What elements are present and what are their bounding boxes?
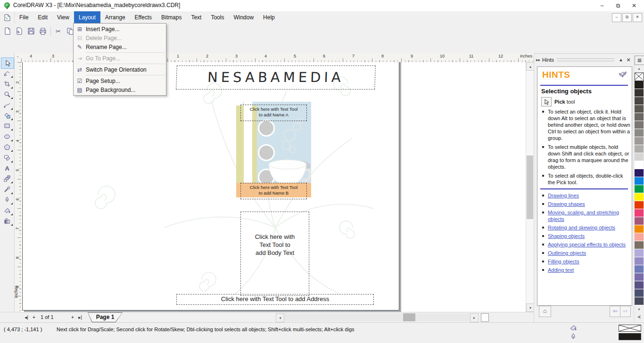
freehand-tool[interactable] (1, 100, 13, 110)
palette-swatch-24[interactable] (635, 273, 644, 281)
pick-tool[interactable] (1, 57, 14, 69)
outline-tool[interactable] (1, 195, 13, 205)
menu-item-view[interactable]: View (52, 11, 74, 24)
palette-swatch-12[interactable] (635, 177, 644, 185)
menu-item-arrange[interactable]: Arrange (100, 11, 130, 24)
interactive-fill-tool[interactable] (1, 216, 13, 226)
palette-swatch-14[interactable] (635, 193, 644, 201)
palette-swatch-5[interactable] (635, 121, 644, 129)
smart-fill-tool[interactable] (1, 110, 13, 121)
back-arrow-icon[interactable]: ⇦ (610, 306, 620, 317)
palette-swatch-10[interactable] (635, 161, 644, 169)
restore-button[interactable]: ⧉ (610, 0, 626, 11)
layout-menu-item-insert-page[interactable]: ⊞Insert Page... (74, 24, 166, 33)
address-textbox[interactable]: Click here with Text Tool to add Address (176, 294, 374, 305)
fill-status-swatch[interactable] (619, 325, 641, 332)
palette-scroll-down-icon[interactable]: ▾ (635, 307, 644, 312)
palette-swatch-15[interactable] (635, 201, 644, 209)
palette-swatch-21[interactable] (635, 249, 644, 257)
hint-link-drawing-shapes[interactable]: Drawing shapes (548, 201, 585, 207)
doc-close-button[interactable]: ✕ (633, 13, 642, 22)
document-icon[interactable] (0, 11, 15, 24)
menu-item-edit[interactable]: Edit (33, 11, 52, 24)
hint-link-shaping-objects[interactable]: Shaping objects (548, 233, 585, 239)
book-icon[interactable] (619, 71, 627, 78)
palette-swatch-18[interactable] (635, 225, 644, 233)
basic-shapes-tool[interactable] (1, 153, 13, 163)
palette-scroll-up-icon[interactable]: ▴ (635, 66, 644, 72)
doc-minimize-button[interactable]: – (612, 13, 621, 22)
home-icon[interactable]: ⌂ (539, 306, 551, 317)
palette-swatch-25[interactable] (635, 281, 644, 289)
cut-icon[interactable]: ✂ (53, 25, 64, 37)
layout-menu-item-page-background[interactable]: ▤Page Background... (74, 85, 166, 94)
vertical-ruler[interactable]: 23456789 (14, 62, 22, 312)
palette-swatch-16[interactable] (635, 209, 644, 217)
menu-item-layout[interactable]: Layout (74, 11, 100, 24)
horizontal-scrollbar[interactable]: ◂ ▸ (276, 313, 479, 321)
palette-swatch-17[interactable] (635, 217, 644, 225)
palette-swatch-4[interactable] (635, 113, 644, 121)
new-icon[interactable] (2, 25, 13, 37)
palette-swatch-23[interactable] (635, 265, 644, 273)
minimize-button[interactable]: – (594, 0, 610, 11)
palette-swatch-19[interactable] (635, 233, 644, 241)
polygon-tool[interactable] (1, 142, 13, 152)
menu-item-effects[interactable]: Effects (130, 11, 157, 24)
palette-swatch-2[interactable] (635, 97, 644, 105)
open-icon[interactable] (14, 25, 25, 37)
print-icon[interactable] (37, 25, 49, 37)
palette-options-icon[interactable]: ▦ (635, 56, 644, 65)
save-icon[interactable] (25, 25, 37, 37)
menu-item-help[interactable]: Help (258, 11, 280, 24)
palette-swatch-3[interactable] (635, 105, 644, 113)
hint-link-drawing-lines[interactable]: Drawing lines (548, 193, 579, 198)
scroll-right-icon[interactable]: ▸ (470, 313, 479, 322)
docker-close-icon[interactable]: ✕ (625, 57, 632, 63)
interactive-blend-tool[interactable] (1, 173, 13, 184)
layout-menu-item-rename-page[interactable]: ✎Rename Page... (74, 42, 166, 51)
no-color-swatch[interactable] (635, 73, 644, 81)
body-text-textbox[interactable]: Click here with Text Tool to add Body Te… (240, 212, 309, 296)
palette-swatch-6[interactable] (635, 129, 644, 137)
outline-status-swatch[interactable] (619, 333, 641, 340)
add-page-before-button[interactable]: + (30, 313, 38, 321)
name-a-textbox[interactable]: Click here with Text Tool to add Name A (240, 105, 307, 121)
drawing-canvas[interactable]: NESABAMEDIA Click here with Text Too (21, 62, 526, 312)
menu-item-file[interactable]: File (15, 11, 33, 24)
horizontal-scroll-thumb[interactable] (403, 313, 415, 321)
vertical-scroll-thumb[interactable] (527, 155, 533, 219)
hint-link-moving-scaling-and-stretching-objects[interactable]: Moving, scaling, and stretching objects (548, 210, 619, 222)
last-page-button[interactable]: ▸| (76, 313, 84, 321)
document-page[interactable]: NESABAMEDIA Click here with Text Too (22, 62, 399, 310)
palette-swatch-1[interactable] (635, 89, 644, 97)
crop-tool[interactable] (1, 79, 13, 89)
name-b-textbox[interactable]: Click here with Text Tool to add Name B (240, 183, 307, 199)
palette-swatch-13[interactable] (635, 185, 644, 193)
palette-swatch-27[interactable] (635, 297, 644, 305)
docker-collapse-icon[interactable]: ▸▸ (536, 57, 540, 62)
layout-menu-item-switch-page-orientation[interactable]: ⇄Switch Page Orientation (74, 65, 166, 74)
palette-swatch-26[interactable] (635, 289, 644, 297)
view-navigator-button[interactable] (481, 313, 489, 322)
hint-link-filling-objects[interactable]: Filling objects (548, 259, 579, 264)
docker-rollup-icon[interactable]: ▲ (617, 57, 625, 62)
docker-title-bar[interactable]: ▸▸ Hints ▲ ✕ (534, 54, 634, 65)
palette-expand-icon[interactable]: ◂| (635, 314, 644, 320)
hint-link-adding-text[interactable]: Adding text (548, 267, 574, 273)
ruler-origin-corner[interactable]: ⁘ (14, 53, 22, 63)
palette-swatch-0[interactable] (635, 81, 644, 89)
shape-tool[interactable] (1, 68, 13, 78)
forward-arrow-icon[interactable]: ⇨ (620, 306, 631, 317)
rectangle-tool[interactable] (1, 121, 13, 131)
zoom-tool[interactable] (1, 89, 13, 99)
menu-item-bitmaps[interactable]: Bitmaps (157, 11, 186, 24)
doc-restore-button[interactable]: ⧉ (622, 13, 632, 22)
menu-item-text[interactable]: Text (186, 11, 206, 24)
design-card[interactable]: Click here with Text Tool to add Name A … (236, 102, 311, 200)
hint-link-applying-special-effects-to-objects[interactable]: Applying special effects to objects (548, 242, 626, 247)
add-page-after-button[interactable]: + (69, 313, 76, 321)
hint-link-rotating-and-skewing-objects[interactable]: Rotating and skewing objects (548, 225, 615, 230)
page-tab[interactable]: Page 1 (88, 312, 123, 322)
menu-item-tools[interactable]: Tools (206, 11, 229, 24)
